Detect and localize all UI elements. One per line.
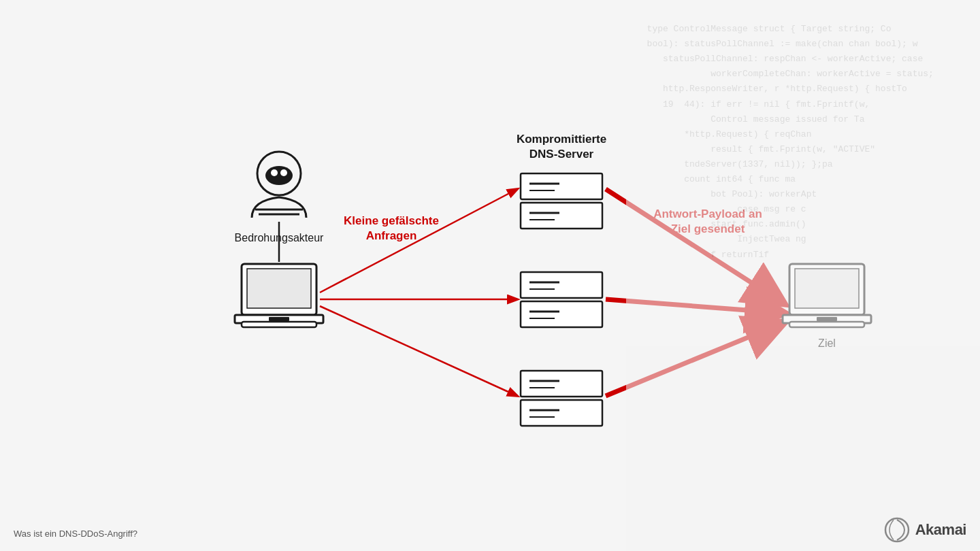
svg-line-33 <box>606 189 783 303</box>
small-requests-label-line2: Anfragen <box>366 229 417 242</box>
svg-rect-21 <box>521 301 602 327</box>
target-label: Ziel <box>818 337 836 349</box>
svg-rect-39 <box>789 322 864 327</box>
svg-rect-8 <box>247 269 311 308</box>
bottom-question: Was ist ein DNS-DDoS-Angriff? <box>14 529 137 539</box>
akamai-brand-name: Akamai <box>915 521 966 539</box>
svg-rect-40 <box>817 317 837 321</box>
large-response-label-line2: Ziel gesendet <box>671 222 745 235</box>
svg-rect-10 <box>242 322 316 327</box>
akamai-logo: Akamai <box>884 517 966 543</box>
dns-servers-label-line1: Kompromittierte <box>517 133 606 146</box>
svg-rect-24 <box>521 371 602 397</box>
dns-servers-label-line2: DNS-Server <box>529 148 594 161</box>
svg-rect-15 <box>521 203 602 229</box>
svg-line-35 <box>606 323 783 396</box>
svg-point-3 <box>280 169 287 176</box>
svg-line-32 <box>320 306 517 396</box>
svg-rect-12 <box>521 173 602 199</box>
akamai-logo-icon <box>884 517 910 543</box>
small-requests-label-line1: Kleine gefälschte <box>344 214 439 227</box>
svg-rect-18 <box>521 272 602 298</box>
large-response-label-line1: Antwort-Payload an <box>653 207 762 220</box>
svg-rect-11 <box>269 317 289 321</box>
diagram: Bedrohungsakteur Kompromittierte DNS-Ser… <box>0 0 980 551</box>
svg-rect-37 <box>795 269 859 308</box>
svg-point-2 <box>271 169 278 176</box>
svg-line-30 <box>320 189 517 293</box>
svg-rect-27 <box>521 400 602 426</box>
svg-point-1 <box>265 166 293 185</box>
svg-line-34 <box>606 299 783 313</box>
